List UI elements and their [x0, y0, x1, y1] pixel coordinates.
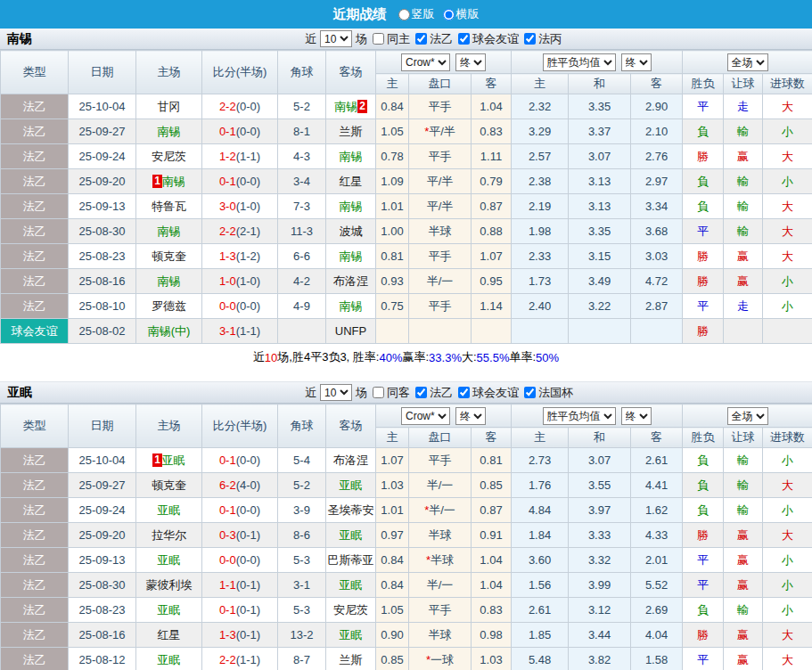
home-odds-cell: 0.78 — [376, 144, 409, 169]
league-filter-checkbox[interactable] — [524, 387, 536, 398]
handicap-cell: 半/一 — [409, 573, 472, 598]
handicap-cell: 半/一 — [409, 269, 472, 294]
mean-draw-cell: 3.35 — [569, 94, 631, 119]
match-type-cell: 法乙 — [1, 573, 69, 598]
goals-result-cell: 大 — [763, 219, 812, 244]
score-cell: 0-0(0-0) — [202, 294, 278, 319]
odds-time-select[interactable]: 终 — [455, 53, 486, 71]
handicap-text: 平手 — [429, 100, 452, 113]
wdl-result-cell: 平 — [683, 294, 724, 319]
league-filter-checkbox[interactable] — [458, 387, 470, 398]
league-filter-checkbox[interactable] — [415, 33, 427, 45]
away-team-cell: 南锡2 — [326, 94, 376, 119]
league-filter-checkbox[interactable] — [415, 387, 427, 398]
corner-cell: 8-7 — [278, 648, 326, 670]
handicap-cell: *半/一 — [409, 498, 472, 523]
column-header: 主场 — [136, 51, 202, 94]
mean-draw-cell: 3.35 — [569, 219, 631, 244]
score-cell: 0-1(0-0) — [202, 169, 278, 194]
vertical-layout-radio[interactable] — [398, 9, 410, 20]
mean-home-cell: 2.32 — [512, 94, 569, 119]
horizontal-layout-radio[interactable] — [443, 9, 455, 20]
mean-group-header: 胜平负均值终 — [512, 404, 683, 428]
wdl-result-cell: 負 — [683, 448, 724, 473]
goals-result-cell: 小 — [763, 169, 812, 194]
same-venue-label: 同客 — [387, 385, 410, 401]
half-score: (2-1) — [236, 225, 260, 238]
summary-segment: 10 — [265, 351, 277, 364]
mean-type-select[interactable]: 胜平负均值 — [543, 407, 616, 425]
league-filter-checkbox[interactable] — [524, 33, 536, 45]
match-row: 法乙25-08-23亚眠0-1(0-1)5-3安尼茨1.05平手0.832.61… — [1, 598, 812, 623]
team-name-text: 南锡 — [334, 100, 357, 113]
handicap-cell: 半球 — [409, 219, 472, 244]
home-team-cell: 南锡 — [136, 219, 202, 244]
score-cell: 0-1(0-0) — [202, 498, 278, 523]
team-name-text: 红星 — [340, 175, 363, 188]
away-team-cell: 红星 — [326, 169, 376, 194]
handicap-result-cell: 赢 — [724, 648, 763, 670]
same-venue-checkbox[interactable] — [373, 387, 384, 398]
handicap-result-cell: 輸 — [724, 473, 763, 498]
handicap-text: 平手 — [429, 603, 452, 617]
handicap-result-cell: 輸 — [724, 219, 763, 244]
odds-company-select[interactable]: Crow* — [401, 53, 450, 71]
handicap-cell: 平手 — [409, 448, 472, 473]
match-type-cell: 法乙 — [1, 169, 69, 194]
mean-time-select[interactable]: 终 — [621, 53, 652, 71]
half-score: (1-2) — [236, 249, 260, 263]
away-team-cell: 安尼茨 — [326, 598, 376, 623]
layout-vertical-option[interactable]: 竖版 — [393, 6, 435, 22]
mean-type-select[interactable]: 胜平负均值 — [543, 53, 616, 71]
league-filter-checkbox[interactable] — [458, 33, 470, 45]
team-name-text: 南锡 — [158, 125, 181, 138]
layout-horizontal-option[interactable]: 横版 — [438, 6, 480, 22]
scope-group-header: 全场 — [683, 51, 812, 74]
goals-result-cell: 小 — [763, 548, 812, 573]
handicap-result-cell: 走 — [724, 94, 763, 119]
mean-draw-cell: 3.44 — [569, 623, 631, 648]
mean-draw-cell: 3.07 — [569, 144, 631, 169]
match-count-select[interactable]: 10 — [320, 384, 352, 401]
subcolumn-header: 和 — [569, 74, 631, 94]
mean-draw-cell: 3.15 — [569, 244, 631, 269]
wdl-result-cell: 負 — [683, 498, 724, 523]
away-team-cell: 兰斯 — [326, 648, 376, 670]
home-team-cell: 顿克奎 — [136, 244, 202, 269]
away-team-cell: 亚眠 — [326, 623, 376, 648]
match-row: 法乙25-08-23顿克奎1-3(1-2)6-6南锡0.81平手1.072.33… — [1, 244, 812, 269]
subcolumn-header: 胜负 — [683, 74, 724, 94]
mean-away-cell: 2.69 — [631, 598, 683, 623]
away-team-cell: 南锡 — [326, 294, 376, 319]
team-name-text: 顿克奎 — [152, 478, 186, 492]
same-venue-checkbox[interactable] — [373, 33, 384, 45]
team-name-text: 特鲁瓦 — [152, 200, 186, 213]
home-team-cell: 罗德兹 — [136, 294, 202, 319]
score-cell: 2-2(2-1) — [202, 219, 278, 244]
match-scope-select[interactable]: 全场 — [727, 407, 768, 425]
stats-table: 类型日期主场比分(半场)角球客场Crow*终胜平负均值终全场主盘口客主和客胜负让… — [0, 404, 812, 670]
mean-away-cell: 2.90 — [631, 94, 683, 119]
dropdown-header-row: 类型日期主场比分(半场)角球客场Crow*终胜平负均值终全场 — [1, 51, 812, 74]
match-type-cell: 法乙 — [1, 244, 69, 269]
odds-time-select[interactable]: 终 — [455, 407, 486, 425]
handicap-cell: 半/一 — [409, 473, 472, 498]
home-team-cell: 1亚眠 — [136, 448, 202, 473]
odds-company-select[interactable]: Crow* — [401, 407, 450, 425]
column-header: 类型 — [1, 404, 69, 448]
handicap-result-cell: 赢 — [724, 144, 763, 169]
near-label: 近 — [305, 385, 316, 401]
score-cell: 1-2(1-1) — [202, 144, 278, 169]
score-cell: 0-0(0-0) — [202, 548, 278, 573]
mean-home-cell: 1.56 — [512, 573, 569, 598]
mean-draw-cell: 3.12 — [569, 598, 631, 623]
handicap-result-cell: 赢 — [724, 269, 763, 294]
match-scope-select[interactable]: 全场 — [727, 53, 768, 71]
score-cell: 0-1(0-0) — [202, 119, 278, 144]
team-name-text: 巴斯蒂亚 — [328, 553, 374, 567]
table-head: 类型日期主场比分(半场)角球客场Crow*终胜平负均值终全场主盘口客主和客胜负让… — [1, 404, 812, 448]
handicap-text: 平/半 — [427, 175, 454, 188]
away-odds-cell: 0.98 — [472, 623, 512, 648]
mean-time-select[interactable]: 终 — [621, 407, 652, 425]
match-count-select[interactable]: 10 — [320, 30, 352, 47]
